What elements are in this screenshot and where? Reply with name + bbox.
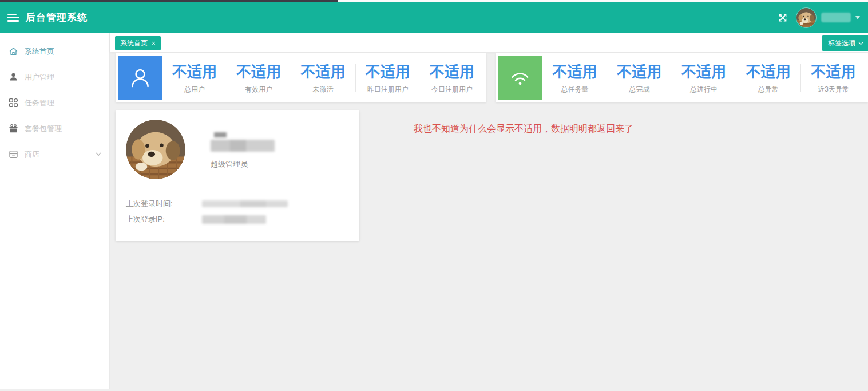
sidebar-item-user-management[interactable]: 用户管理 (0, 64, 109, 90)
username-redacted (821, 13, 851, 22)
sidebar-item-label: 用户管理 (25, 72, 54, 82)
stat-value: 不适用 (420, 62, 484, 82)
browser-edge-dark-strip (0, 0, 338, 2)
stat-label: 总用户 (162, 85, 227, 94)
last-login-time-label: 上次登录时间: (126, 199, 202, 209)
debug-note: 我也不知道为什么会显示不适用，数据明明都返回来了 (414, 110, 633, 135)
fullscreen-icon[interactable] (778, 13, 788, 23)
divider (127, 188, 348, 188)
stat-label: 总任务量 (542, 85, 607, 94)
menu-toggle-icon[interactable] (7, 14, 19, 22)
stat-value: 不适用 (356, 62, 420, 82)
tab-options-button[interactable]: 标签选项 (822, 35, 868, 51)
app-title: 后台管理系统 (26, 11, 88, 24)
stat-value: 不适用 (801, 62, 866, 82)
stat-value: 不适用 (672, 62, 736, 82)
sidebar-item-label: 系统首页 (25, 46, 54, 57)
user-icon (118, 56, 162, 100)
topbar-right (778, 7, 868, 28)
last-login-time-row: 上次登录时间: (126, 199, 349, 209)
sidebar-item-label: 任务管理 (25, 98, 54, 108)
stats-row: 不适用 总用户 不适用 有效用户 不适用 未激活 不适用 昨日注册用户 (116, 53, 868, 102)
stat-label: 有效用户 (227, 85, 291, 94)
sidebar-item-label: 商店 (25, 149, 39, 160)
sidebar: 系统首页 用户管理 任务管理 套餐包管理 (0, 33, 110, 389)
stat-total-completed: 不适用 总完成 (607, 62, 672, 94)
tab-label: 系统首页 (120, 38, 148, 48)
stat-label: 今日注册用户 (420, 85, 484, 94)
tab-close-icon[interactable]: × (152, 40, 156, 47)
stat-total-users: 不适用 总用户 (162, 62, 227, 94)
sidebar-item-shop[interactable]: 商店 (0, 141, 109, 167)
stat-inactive-users: 不适用 未激活 (291, 62, 355, 94)
profile-info: 超级管理员 (211, 120, 275, 179)
profile-card: 超级管理员 上次登录时间: 上次登录IP: (116, 110, 359, 241)
stat-value: 不适用 (162, 62, 227, 82)
stat-label: 总进行中 (672, 85, 736, 94)
stat-total-abnormal: 不适用 总异常 (736, 62, 800, 94)
chevron-down-icon (858, 42, 863, 45)
sidebar-item-task-management[interactable]: 任务管理 (0, 90, 109, 116)
profile-top: 超级管理员 (126, 120, 349, 179)
wifi-icon (498, 56, 542, 100)
last-login-ip-row: 上次登录IP: (126, 214, 349, 224)
username-redacted (211, 140, 275, 152)
shop-icon (9, 149, 18, 159)
content-area: 不适用 总用户 不适用 有效用户 不适用 未激活 不适用 昨日注册用户 (110, 52, 868, 389)
user-icon (9, 72, 18, 82)
tab-system-home[interactable]: 系统首页 × (115, 36, 161, 50)
sidebar-item-package-management[interactable]: 套餐包管理 (0, 116, 109, 141)
stat-label: 近3天异常 (801, 85, 866, 94)
stat-active-users: 不适用 有效用户 (227, 62, 291, 94)
stat-value: 不适用 (227, 62, 291, 82)
stat-label: 总异常 (736, 85, 800, 94)
sidebar-item-system-home[interactable]: 系统首页 (0, 38, 109, 64)
tab-bar: 系统首页 × 标签选项 (110, 33, 868, 52)
topbar: 后台管理系统 (0, 0, 868, 33)
chevron-down-icon (96, 152, 101, 156)
stat-label: 昨日注册用户 (356, 85, 420, 94)
last-login-time-redacted (202, 200, 288, 207)
tab-options-label: 标签选项 (828, 38, 855, 48)
package-icon (9, 124, 18, 133)
last-login-ip-label: 上次登录IP: (126, 214, 202, 224)
browser-edge-artifact (0, 0, 868, 2)
stat-value: 不适用 (607, 62, 672, 82)
stat-value: 不适用 (542, 62, 607, 82)
caret-down-icon (855, 16, 860, 19)
stat-label: 总完成 (607, 85, 672, 94)
avatar (126, 120, 185, 179)
stat-today-registered: 不适用 今日注册用户 (420, 62, 484, 94)
stat-yesterday-registered: 不适用 昨日注册用户 (356, 62, 420, 94)
user-stats-card: 不适用 总用户 不适用 有效用户 不适用 未激活 不适用 昨日注册用户 (116, 53, 486, 102)
home-icon (9, 46, 18, 56)
stat-recent-3day-abnormal: 不适用 近3天异常 (801, 62, 866, 94)
stat-value: 不适用 (736, 62, 800, 82)
tasks-grid-icon (9, 98, 18, 108)
stat-label: 未激活 (291, 85, 355, 94)
main-area: 系统首页 × 标签选项 (110, 33, 868, 389)
stat-total-in-progress: 不适用 总进行中 (672, 62, 736, 94)
username-smudge (214, 132, 227, 137)
avatar (796, 7, 817, 28)
task-stats-card: 不适用 总任务量 不适用 总完成 不适用 总进行中 不适用 总异常 (496, 53, 868, 102)
stat-total-tasks: 不适用 总任务量 (542, 62, 607, 94)
user-menu[interactable] (796, 7, 860, 28)
sidebar-item-label: 套餐包管理 (25, 124, 62, 134)
content-row: 超级管理员 上次登录时间: 上次登录IP: 我也不知道为什么会显示不适用，数据明… (116, 110, 868, 241)
stat-value: 不适用 (291, 62, 355, 82)
last-login-ip-redacted (202, 215, 266, 224)
profile-role: 超级管理员 (211, 159, 275, 169)
